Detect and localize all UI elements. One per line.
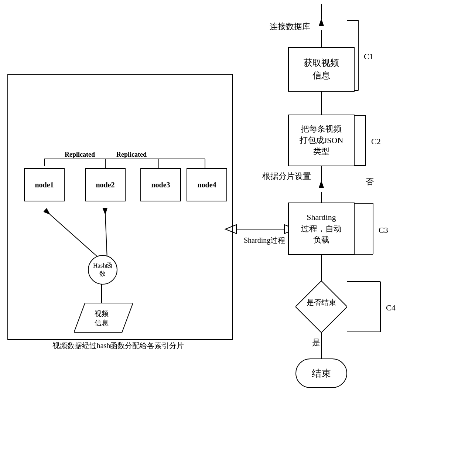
hash-circle: Hash函 数 bbox=[88, 255, 117, 285]
sharding-process-label: Sharding过程 bbox=[244, 235, 285, 246]
node4-label: node4 bbox=[197, 181, 216, 189]
left-box bbox=[7, 74, 233, 340]
yes-label: 是 bbox=[312, 336, 320, 348]
c3-label: C3 bbox=[379, 225, 388, 235]
no-label: 否 bbox=[366, 176, 374, 188]
get-video-label: 获取视频 信息 bbox=[304, 57, 339, 82]
replicated-label-1: Replicated bbox=[65, 151, 95, 159]
c4-label: C4 bbox=[386, 303, 396, 313]
is-end-diamond: 是否结束 bbox=[295, 281, 347, 333]
hash-label: Hash函 数 bbox=[93, 262, 112, 278]
c2-label: C2 bbox=[371, 137, 381, 146]
node3-box: node3 bbox=[140, 168, 181, 201]
sharding-label: Sharding 过程，自动 负载 bbox=[301, 212, 342, 246]
node2-box: node2 bbox=[85, 168, 126, 201]
node2-label: node2 bbox=[96, 181, 115, 189]
get-video-box: 获取视频 信息 bbox=[288, 47, 355, 92]
package-json-box: 把每条视频 打包成JSON 类型 bbox=[288, 115, 355, 166]
package-json-label: 把每条视频 打包成JSON 类型 bbox=[300, 123, 344, 157]
bottom-text-label: 视频数据经过hash函数分配给各索引分片 bbox=[9, 340, 227, 351]
node1-box: node1 bbox=[24, 168, 65, 201]
node3-label: node3 bbox=[151, 181, 170, 189]
svg-text:是否结束: 是否结束 bbox=[307, 298, 336, 306]
shard-setting-label: 根据分片设置 bbox=[262, 170, 311, 182]
svg-marker-37 bbox=[74, 303, 133, 333]
video-info-shape: 视频 信息 bbox=[74, 303, 133, 333]
end-box: 结束 bbox=[295, 358, 347, 388]
node1-label: node1 bbox=[35, 181, 54, 189]
end-label: 结束 bbox=[312, 367, 331, 380]
svg-text:视频: 视频 bbox=[95, 310, 109, 317]
c1-label: C1 bbox=[364, 52, 373, 61]
replicated-label-2: Replicated bbox=[116, 151, 147, 159]
connect-db-label: 连接数据库 bbox=[270, 20, 310, 33]
node4-box: node4 bbox=[187, 168, 227, 201]
svg-marker-40 bbox=[295, 281, 347, 333]
diagram-container: node1 node2 node3 node4 Replicated Repli… bbox=[0, 0, 458, 476]
svg-text:信息: 信息 bbox=[95, 319, 109, 327]
sharding-box: Sharding 过程，自动 负载 bbox=[288, 203, 355, 255]
